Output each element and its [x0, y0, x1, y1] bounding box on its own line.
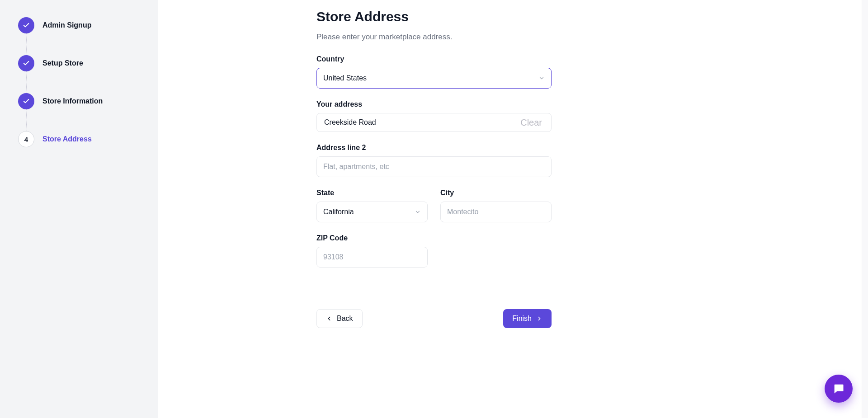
setup-steps-sidebar: Admin Signup Setup Store Store Informati… — [0, 0, 158, 418]
state-select[interactable]: California — [316, 202, 428, 222]
check-icon — [23, 98, 30, 105]
zip-field: ZIP Code — [316, 234, 428, 268]
country-value: United States — [323, 74, 367, 82]
back-button-label: Back — [337, 315, 353, 323]
city-field: City — [440, 189, 552, 222]
country-select[interactable]: United States — [316, 68, 552, 89]
city-label: City — [440, 189, 552, 197]
page-title: Store Address — [316, 9, 552, 24]
address-field: Your address Creekside Road Clear — [316, 100, 552, 132]
address2-input[interactable] — [316, 156, 552, 177]
chevron-down-icon — [415, 209, 421, 215]
chat-icon — [832, 382, 845, 395]
chevron-left-icon — [326, 315, 332, 322]
step-indicator-done — [18, 93, 34, 109]
back-button[interactable]: Back — [316, 309, 363, 328]
step-setup-store[interactable]: Setup Store — [18, 55, 140, 93]
state-field: State California — [316, 189, 428, 222]
step-store-address[interactable]: 4 Store Address — [18, 131, 140, 147]
scrollbar-track[interactable] — [862, 0, 868, 418]
zip-label: ZIP Code — [316, 234, 428, 242]
main-content: Store Address Please enter your marketpl… — [158, 0, 868, 418]
step-label: Store Address — [42, 135, 92, 143]
country-field: Country United States — [316, 55, 552, 89]
address-label: Your address — [316, 100, 552, 108]
city-input[interactable] — [440, 202, 552, 222]
finish-button-label: Finish — [512, 315, 532, 323]
zip-row: ZIP Code — [316, 234, 552, 279]
address2-label: Address line 2 — [316, 144, 552, 152]
check-icon — [23, 22, 30, 29]
form-footer: Back Finish — [316, 309, 552, 328]
step-label: Admin Signup — [42, 21, 91, 29]
step-indicator-done — [18, 55, 34, 71]
zip-spacer — [440, 234, 552, 268]
step-store-information[interactable]: Store Information — [18, 93, 140, 131]
chevron-right-icon — [536, 315, 542, 322]
form-container: Store Address Please enter your marketpl… — [316, 9, 552, 328]
zip-input[interactable] — [316, 247, 428, 268]
chat-fab[interactable] — [825, 375, 853, 403]
address-value: Creekside Road — [324, 118, 376, 127]
check-icon — [23, 60, 30, 67]
step-admin-signup[interactable]: Admin Signup — [18, 17, 140, 55]
state-value: California — [323, 208, 354, 216]
finish-button[interactable]: Finish — [503, 309, 552, 328]
state-city-row: State California City — [316, 189, 552, 234]
address-input[interactable]: Creekside Road Clear — [316, 113, 552, 132]
clear-address-button[interactable]: Clear — [518, 117, 545, 128]
step-indicator-done — [18, 17, 34, 33]
address2-field: Address line 2 — [316, 144, 552, 177]
country-label: Country — [316, 55, 552, 63]
chevron-down-icon — [538, 75, 545, 81]
step-indicator-active: 4 — [18, 131, 34, 147]
step-label: Setup Store — [42, 59, 83, 67]
state-label: State — [316, 189, 428, 197]
app-root: Admin Signup Setup Store Store Informati… — [0, 0, 868, 418]
step-label: Store Information — [42, 97, 103, 105]
page-subtitle: Please enter your marketplace address. — [316, 33, 552, 42]
steps-list: Admin Signup Setup Store Store Informati… — [18, 17, 140, 147]
